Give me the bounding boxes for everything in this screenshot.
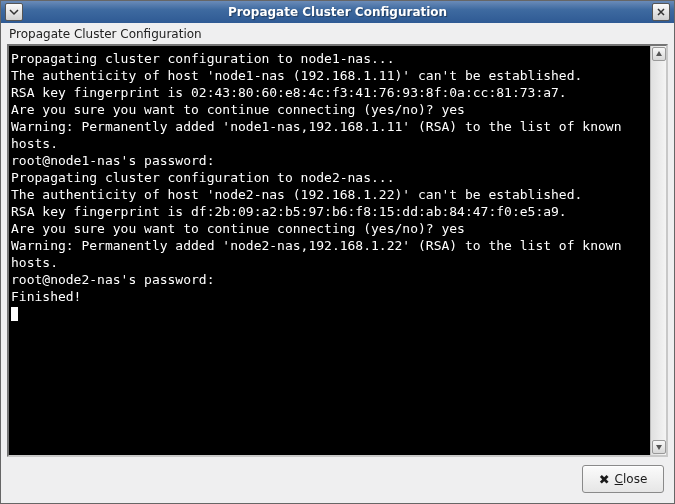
close-button-label: Close [615, 472, 648, 486]
window-close-button[interactable] [652, 3, 670, 21]
scrollbar[interactable] [650, 46, 666, 455]
frame-label: Propagate Cluster Configuration [3, 25, 672, 44]
close-button[interactable]: ✖ Close [582, 465, 664, 493]
triangle-down-icon [655, 443, 663, 451]
triangle-up-icon [655, 50, 663, 58]
close-icon-glyph: ✖ [599, 472, 610, 487]
button-row: ✖ Close [3, 461, 672, 501]
terminal-cursor [11, 307, 18, 321]
scroll-down-button[interactable] [652, 440, 666, 454]
dialog-content: Propagate Cluster Configuration Propagat… [1, 23, 674, 503]
terminal-frame: Propagating cluster configuration to nod… [7, 44, 668, 457]
window-menu-button[interactable] [5, 3, 23, 21]
dialog-window: Propagate Cluster Configuration Propagat… [0, 0, 675, 504]
scroll-up-button[interactable] [652, 47, 666, 61]
chevron-down-icon [9, 7, 19, 17]
titlebar[interactable]: Propagate Cluster Configuration [1, 1, 674, 23]
close-icon [656, 7, 666, 17]
window-title: Propagate Cluster Configuration [1, 5, 674, 19]
terminal-output[interactable]: Propagating cluster configuration to nod… [9, 46, 650, 455]
